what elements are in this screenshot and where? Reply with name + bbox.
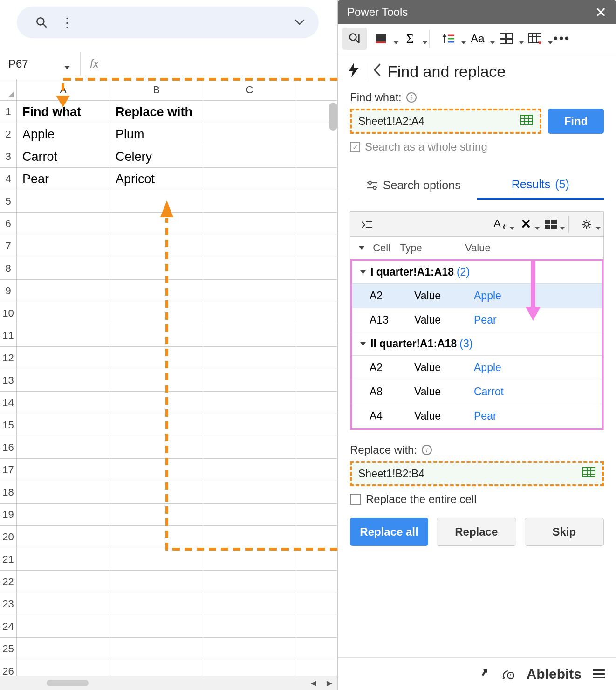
cell[interactable]	[17, 280, 110, 302]
row-header[interactable]: 21	[0, 548, 17, 571]
cell[interactable]	[203, 123, 296, 145]
cell[interactable]	[296, 168, 337, 190]
cell[interactable]	[203, 593, 296, 615]
cell[interactable]	[203, 504, 296, 526]
cell[interactable]	[110, 615, 203, 638]
scroll-right-icon[interactable]: ►	[322, 676, 337, 690]
cell[interactable]	[296, 548, 337, 571]
cell[interactable]	[203, 257, 296, 280]
replace-entire-checkbox[interactable]	[350, 494, 361, 505]
info-icon[interactable]: i	[422, 445, 432, 455]
pin-icon[interactable]	[479, 667, 490, 682]
cell[interactable]	[110, 638, 203, 660]
cell[interactable]	[296, 235, 337, 257]
cell[interactable]: Pear	[17, 168, 110, 190]
cell[interactable]	[203, 369, 296, 392]
row-header[interactable]: 10	[0, 302, 17, 324]
row-header[interactable]: 1	[0, 101, 17, 123]
tab-search-options[interactable]: Search options	[350, 171, 477, 200]
cell[interactable]	[17, 392, 110, 414]
cell[interactable]	[296, 414, 337, 436]
row-header[interactable]: 2	[0, 123, 17, 145]
cell[interactable]	[203, 101, 296, 123]
row-header[interactable]: 9	[0, 280, 17, 302]
row-header[interactable]: 4	[0, 168, 17, 190]
cell[interactable]	[17, 235, 110, 257]
row-header[interactable]: 15	[0, 414, 17, 436]
cell[interactable]	[110, 190, 203, 213]
cell[interactable]	[17, 548, 110, 571]
cell[interactable]	[203, 280, 296, 302]
cell[interactable]	[296, 369, 337, 392]
results-font-icon[interactable]: A🗡	[489, 213, 512, 235]
find-range-input[interactable]: Sheet1!A2:A4	[350, 109, 541, 134]
cell[interactable]	[110, 213, 203, 235]
cell[interactable]	[110, 481, 203, 504]
cell[interactable]	[17, 638, 110, 660]
cell[interactable]	[110, 347, 203, 369]
column-header-b[interactable]: B	[110, 79, 203, 100]
tool-find-icon[interactable]	[342, 28, 367, 50]
replace-range-input[interactable]: Sheet1!B2:B4	[350, 461, 604, 486]
grid-icon[interactable]	[520, 115, 533, 128]
cell[interactable]	[110, 459, 203, 481]
cell[interactable]	[17, 504, 110, 526]
tool-more-icon[interactable]: •••	[550, 28, 574, 50]
row-header[interactable]: 23	[0, 593, 17, 615]
cell[interactable]	[296, 436, 337, 459]
kebab-menu-icon[interactable]: ⋮	[61, 15, 74, 30]
row-header[interactable]: 19	[0, 504, 17, 526]
row-header[interactable]: 18	[0, 481, 17, 504]
info-icon[interactable]: i	[406, 92, 417, 103]
cell[interactable]	[296, 213, 337, 235]
cell[interactable]	[203, 324, 296, 347]
close-icon[interactable]: ✕	[595, 4, 607, 21]
scroll-left-icon[interactable]: ◄	[306, 676, 322, 690]
chevron-down-icon[interactable]	[294, 19, 305, 26]
cell[interactable]	[17, 459, 110, 481]
cell[interactable]	[296, 504, 337, 526]
help-icon[interactable]: i	[501, 666, 515, 682]
cell[interactable]	[110, 548, 203, 571]
row-header[interactable]: 8	[0, 257, 17, 280]
cell[interactable]	[203, 571, 296, 593]
cell[interactable]: Replace with	[110, 101, 203, 123]
result-group[interactable]: II quarter!A1:A18 (3)	[352, 332, 602, 356]
results-grid-icon[interactable]	[540, 213, 562, 235]
row-header[interactable]: 3	[0, 145, 17, 168]
back-icon[interactable]	[373, 62, 381, 81]
tool-text-icon[interactable]: Aa	[463, 28, 492, 50]
cell[interactable]	[203, 638, 296, 660]
cell[interactable]	[203, 213, 296, 235]
tool-format-icon[interactable]	[367, 28, 396, 50]
tab-results[interactable]: Results (5)	[477, 171, 604, 200]
bolt-icon[interactable]	[348, 62, 359, 81]
row-header[interactable]: 13	[0, 369, 17, 392]
cell[interactable]	[296, 302, 337, 324]
result-group[interactable]: I quarter!A1:A18 (2)	[352, 261, 602, 284]
cell[interactable]: Find what	[17, 101, 110, 123]
cell[interactable]	[17, 526, 110, 548]
menu-icon[interactable]	[593, 669, 605, 678]
row-header[interactable]: 16	[0, 436, 17, 459]
cell[interactable]	[17, 324, 110, 347]
column-header-c[interactable]: C	[203, 79, 296, 100]
tool-cells-icon[interactable]	[492, 28, 521, 50]
cell[interactable]	[203, 347, 296, 369]
cell[interactable]	[296, 571, 337, 593]
result-row[interactable]: A4ValuePear	[352, 404, 602, 428]
cell[interactable]	[17, 481, 110, 504]
sort-icon[interactable]	[359, 246, 364, 250]
cell[interactable]	[296, 257, 337, 280]
row-header[interactable]: 11	[0, 324, 17, 347]
tool-sigma-icon[interactable]: Σ	[396, 28, 424, 50]
row-header[interactable]: 7	[0, 235, 17, 257]
cell[interactable]	[296, 638, 337, 660]
cell[interactable]	[203, 615, 296, 638]
cell[interactable]	[17, 615, 110, 638]
cell[interactable]	[17, 436, 110, 459]
name-box[interactable]: P67	[8, 57, 75, 70]
cell[interactable]	[203, 481, 296, 504]
cell[interactable]	[296, 280, 337, 302]
cell[interactable]	[17, 302, 110, 324]
